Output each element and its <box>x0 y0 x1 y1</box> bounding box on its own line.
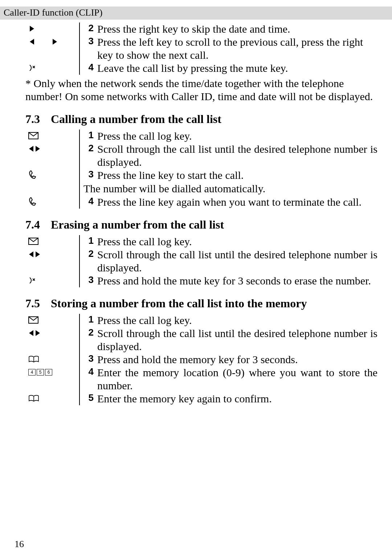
divider <box>79 182 80 196</box>
divider <box>79 36 80 62</box>
section-7-4: 1 Press the call log key. 2 Scroll throu… <box>25 235 377 287</box>
step-text: Scroll through the call list until the d… <box>97 327 377 353</box>
step-text: Scroll through the call list until the d… <box>97 248 377 274</box>
section-7-3-head: 7.3 Calling a number from the call list <box>25 112 377 126</box>
step-text: Enter the memory location (0-9) where yo… <box>97 366 377 392</box>
section-title: Erasing a number from the call list <box>51 218 224 231</box>
divider <box>79 196 80 209</box>
step-text: Press and hold the mute key for 3 second… <box>97 274 377 287</box>
divider <box>79 169 80 182</box>
left-right-arrow-icon <box>25 36 79 46</box>
step-number: 3 <box>83 169 97 180</box>
step-number: 4 <box>83 366 97 377</box>
section-7-5: 1 Press the call log key. 2 Scroll throu… <box>25 314 377 405</box>
left-right-joined-icon <box>25 327 79 338</box>
step-number: 3 <box>83 274 97 286</box>
keypad-icon: 456 <box>25 366 79 377</box>
step-text: Press the call log key. <box>97 314 377 327</box>
book-icon <box>25 392 79 403</box>
divider <box>79 235 80 248</box>
divider <box>79 353 80 366</box>
section-number: 7.3 <box>25 112 51 126</box>
divider <box>79 248 80 274</box>
envelope-icon <box>25 235 79 246</box>
step-text: Press the left key to scroll to the prev… <box>97 36 377 62</box>
divider <box>79 392 80 405</box>
step-text: Leave the call list by pressing the mute… <box>97 62 377 75</box>
phone-icon <box>25 196 79 206</box>
divider <box>79 22 80 36</box>
divider <box>79 314 80 327</box>
section-7-4-head: 7.4 Erasing a number from the call list <box>25 218 377 231</box>
mute-icon <box>25 62 79 73</box>
mute-icon <box>25 274 79 285</box>
section-7-3: 1 Press the call log key. 2 Scroll throu… <box>25 130 377 209</box>
step-text: Press the call log key. <box>97 130 377 143</box>
step-number: 1 <box>83 235 97 246</box>
step-text: Enter the memory key again to confirm. <box>97 392 377 405</box>
step-number: 4 <box>83 62 97 73</box>
auto-dial-note: The number will be dialled automatically… <box>83 182 377 196</box>
step-number: 1 <box>83 314 97 325</box>
step-text: Scroll through the call list until the d… <box>97 143 377 169</box>
step-text: Press the line key again when you want t… <box>97 196 377 209</box>
step-number: 4 <box>83 196 97 207</box>
step-text: Press the call log key. <box>97 235 377 248</box>
step-number: 2 <box>83 248 97 259</box>
phone-icon <box>25 169 79 180</box>
header-band: Caller-ID function (CLIP) <box>0 7 392 20</box>
divider <box>79 327 80 353</box>
step-number: 1 <box>83 130 97 141</box>
book-icon <box>25 353 79 364</box>
left-right-joined-icon <box>25 143 79 153</box>
section-number: 7.5 <box>25 297 51 310</box>
section-title: Calling a number from the call list <box>51 112 221 126</box>
section-title: Storing a number from the call list into… <box>51 297 307 310</box>
step-number: 2 <box>83 143 97 154</box>
footnote: * Only when the network sends the time/d… <box>25 77 377 103</box>
header-title: Caller-ID function (CLIP) <box>4 7 102 18</box>
step-text: Press the line key to start the call. <box>97 169 377 182</box>
page-number: 16 <box>15 539 24 550</box>
first-block: 2 Press the right key to skip the date a… <box>25 22 377 103</box>
envelope-icon <box>25 314 79 325</box>
envelope-icon <box>25 130 79 140</box>
right-arrow-icon <box>25 22 79 33</box>
step-number: 2 <box>83 327 97 338</box>
step-number: 2 <box>83 22 97 34</box>
divider <box>79 274 80 287</box>
step-number: 5 <box>83 392 97 403</box>
left-right-joined-icon <box>25 248 79 259</box>
step-text: Press and hold the memory key for 3 seco… <box>97 353 377 366</box>
step-number: 3 <box>83 36 97 47</box>
section-7-5-head: 7.5 Storing a number from the call list … <box>25 297 377 310</box>
divider <box>79 130 80 143</box>
step-text: Press the right key to skip the date and… <box>97 22 377 36</box>
divider <box>79 366 80 392</box>
step-number: 3 <box>83 353 97 364</box>
divider <box>79 62 80 75</box>
divider <box>79 143 80 169</box>
section-number: 7.4 <box>25 218 51 231</box>
